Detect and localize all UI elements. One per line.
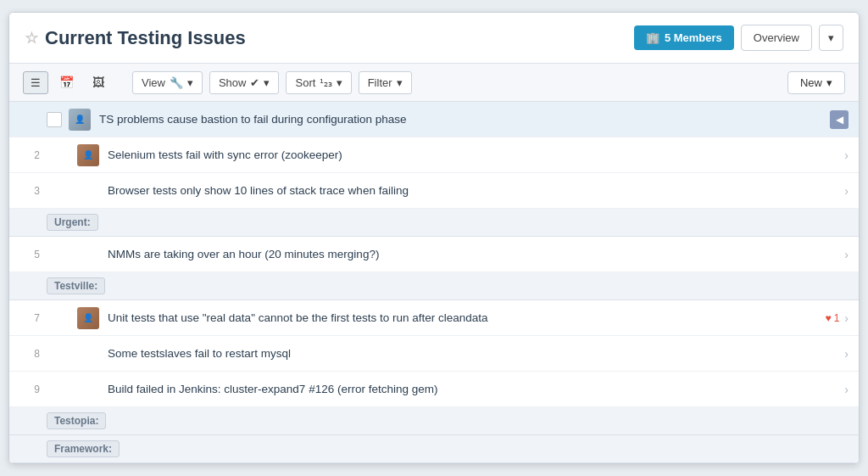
avatar-placeholder: [47, 244, 69, 266]
chevron-right-icon: ›: [844, 347, 849, 361]
table-row[interactable]: 9 Build failed in Jenkins: cluster-expan…: [9, 372, 859, 407]
new-chevron-icon: ▾: [826, 76, 832, 89]
avatar-placeholder: [47, 144, 69, 166]
chevron-right-icon: ›: [844, 248, 849, 261]
members-icon: 🏢: [646, 31, 659, 44]
page-title: ☆ Current Testing Issues: [25, 27, 246, 49]
heart-count: 1: [834, 312, 840, 324]
avatar-placeholder: [47, 378, 69, 400]
row-checkbox[interactable]: [47, 112, 62, 127]
avatar-initial: 👤: [83, 150, 93, 160]
issue-title: Selenium tests fail with sync error (zoo…: [108, 148, 844, 161]
toolbar-right: New ▾: [787, 71, 845, 94]
expand-left-icon[interactable]: ◀: [830, 110, 849, 129]
header-chevron-button[interactable]: ▾: [819, 25, 843, 51]
calendar-icon: 📅: [59, 76, 74, 89]
title-text: Current Testing Issues: [45, 27, 246, 49]
section-urgent-header: Urgent:: [9, 209, 859, 237]
row-number: 5: [19, 249, 40, 260]
section-label: Testopia:: [47, 412, 106, 429]
header: ☆ Current Testing Issues 🏢 5 Members Ove…: [9, 13, 859, 64]
section-label: Urgent:: [47, 214, 98, 231]
view-label: View: [142, 76, 165, 89]
avatar: 👤: [77, 144, 99, 166]
table-row[interactable]: 7 👤 Unit tests that use "real data" cann…: [9, 300, 859, 336]
view-chevron-icon: ▾: [187, 76, 193, 89]
row-number: 3: [19, 185, 40, 197]
show-dropdown[interactable]: Show ✔ ▾: [209, 71, 280, 94]
issue-meta: ›: [844, 184, 849, 198]
heart-badge: ♥ 1: [826, 312, 840, 324]
show-label: Show: [219, 76, 247, 89]
avatar-placeholder: [77, 378, 99, 400]
issue-title: Build failed in Jenkins: cluster-expand7…: [108, 383, 844, 395]
issue-title: Some testslaves fail to restart mysql: [108, 347, 844, 360]
sort-chevron-icon: ▾: [337, 76, 342, 89]
chevron-right-icon: ›: [844, 383, 849, 396]
filter-chevron-icon: ▾: [397, 76, 403, 89]
header-actions: 🏢 5 Members Overview ▾: [634, 25, 843, 51]
sort-label: Sort: [295, 76, 315, 89]
avatar: 👤: [77, 307, 99, 329]
members-button[interactable]: 🏢 5 Members: [634, 25, 734, 50]
issue-meta: ›: [844, 148, 849, 162]
star-icon[interactable]: ☆: [25, 29, 38, 48]
avatar-placeholder: [47, 307, 69, 329]
chevron-right-icon: ›: [844, 184, 849, 198]
section-label: Testville:: [47, 277, 105, 294]
view-dropdown[interactable]: View 🔧 ▾: [132, 71, 203, 94]
avatar-placeholder: [77, 244, 99, 266]
section-label: Framework:: [47, 440, 120, 457]
table-row[interactable]: 5 NMMs are taking over an hour (20 minut…: [9, 237, 859, 272]
issue-list: 👤 TS problems cause bastion to fail duri…: [9, 102, 859, 463]
show-chevron-icon: ▾: [264, 76, 270, 89]
avatar-initial: 👤: [83, 313, 93, 322]
image-icon: 🖼: [92, 76, 104, 89]
chevron-right-icon: ›: [844, 148, 849, 162]
section-framework-header: Framework:: [9, 435, 859, 463]
section-testopia-header: Testopia:: [9, 407, 859, 435]
new-label: New: [800, 76, 822, 89]
heart-icon: ♥: [826, 312, 832, 324]
avatar-placeholder: [47, 180, 69, 202]
avatar-initial: 👤: [75, 115, 85, 124]
list-view-button[interactable]: ☰: [23, 71, 48, 94]
issue-meta: ♥ 1 ›: [826, 311, 849, 325]
avatar-placeholder: [77, 343, 99, 365]
issue-title: Browser tests only show 10 lines of stac…: [108, 184, 844, 197]
row-number: 2: [19, 149, 40, 161]
issue-title: TS problems cause bastion to fail during…: [99, 113, 830, 126]
members-label: 5 Members: [665, 31, 722, 44]
avatar-placeholder: [77, 180, 99, 202]
table-row[interactable]: 2 👤 Selenium tests fail with sync error …: [9, 137, 859, 173]
wrench-icon: 🔧: [170, 76, 183, 89]
sort-icon: ¹₂₃: [320, 76, 331, 89]
row-number: 8: [19, 348, 40, 360]
table-row[interactable]: 3 Browser tests only show 10 lines of st…: [9, 173, 859, 209]
image-view-button[interactable]: 🖼: [85, 70, 112, 94]
avatar-placeholder: [47, 343, 69, 365]
issue-title: Unit tests that use "real data" cannot b…: [108, 311, 826, 324]
list-icon: ☰: [31, 76, 41, 89]
toolbar-left: ☰ 📅 🖼 View 🔧 ▾ Show ✔ ▾ Sort ¹₂₃: [23, 70, 412, 94]
issue-meta: ›: [844, 383, 849, 396]
filter-label: Filter: [368, 76, 392, 89]
toolbar: ☰ 📅 🖼 View 🔧 ▾ Show ✔ ▾ Sort ¹₂₃: [9, 64, 859, 102]
sort-dropdown[interactable]: Sort ¹₂₃ ▾: [286, 71, 351, 94]
avatar: 👤: [69, 109, 91, 131]
section-testville-header: Testville:: [9, 272, 859, 300]
issue-meta: ◀: [830, 110, 849, 129]
calendar-view-button[interactable]: 📅: [52, 70, 81, 94]
table-row[interactable]: 8 Some testslaves fail to restart mysql …: [9, 336, 859, 372]
filter-dropdown[interactable]: Filter ▾: [359, 71, 412, 94]
check-icon: ✔: [250, 76, 259, 89]
issue-meta: ›: [844, 347, 849, 361]
issue-title: NMMs are taking over an hour (20 minutes…: [108, 248, 844, 260]
new-button[interactable]: New ▾: [787, 71, 845, 94]
table-row[interactable]: 👤 TS problems cause bastion to fail duri…: [9, 102, 859, 137]
main-container: ☆ Current Testing Issues 🏢 5 Members Ove…: [8, 12, 860, 464]
issue-meta: ›: [844, 248, 849, 261]
row-number: 9: [19, 384, 40, 395]
row-number: 7: [19, 312, 40, 324]
overview-button[interactable]: Overview: [741, 25, 812, 51]
